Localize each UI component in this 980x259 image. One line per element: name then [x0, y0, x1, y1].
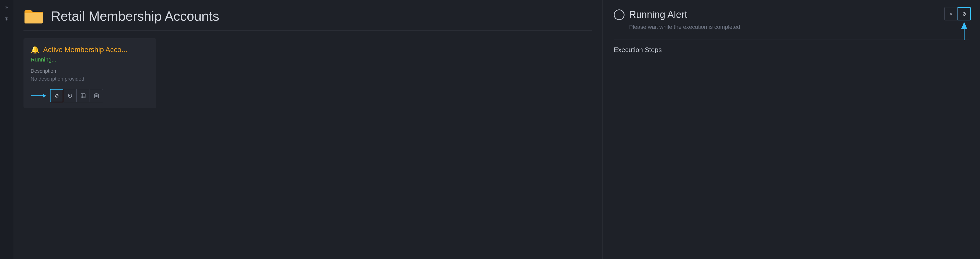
refresh-button[interactable] — [63, 89, 76, 102]
execution-steps-label: Execution Steps — [614, 40, 969, 54]
cards-area: 🔔 Active Membership Acco... Running... D… — [24, 38, 592, 108]
corner-controls: × ⊘ — [944, 7, 971, 21]
table-view-button[interactable] — [76, 89, 90, 102]
sidebar-collapse-icon[interactable]: » — [5, 5, 8, 10]
sidebar-add-icon[interactable]: ⊕ — [3, 15, 10, 22]
cancel-run-button[interactable]: ⊘ — [50, 89, 63, 102]
main-content: Retail Membership Accounts 🔔 Active Memb… — [13, 0, 602, 259]
svg-rect-3 — [81, 94, 85, 98]
svg-marker-2 — [68, 94, 70, 96]
close-panel-button[interactable]: × — [944, 7, 958, 21]
alert-header: Running Alert — [614, 9, 969, 20]
card-title: Active Membership Acco... — [43, 46, 127, 54]
arrow-indicator — [30, 92, 46, 99]
card-title-row: 🔔 Active Membership Acco... — [30, 45, 149, 54]
folder-icon — [24, 8, 44, 24]
header: Retail Membership Accounts — [24, 8, 592, 31]
alert-subtitle: Please wait while the execution is compl… — [629, 24, 969, 30]
svg-marker-1 — [43, 94, 46, 98]
card-status: Running... — [30, 56, 149, 63]
svg-marker-16 — [961, 22, 967, 29]
page-title: Retail Membership Accounts — [51, 8, 219, 24]
right-panel: Running Alert Please wait while the exec… — [602, 0, 980, 259]
arrow-up-indicator — [960, 22, 968, 40]
delete-button[interactable] — [90, 89, 103, 102]
card-description-label: Description — [30, 68, 149, 74]
card-description-value: No description provided — [30, 76, 149, 82]
bell-icon: 🔔 — [30, 45, 40, 54]
running-spinner — [614, 10, 625, 20]
card-actions: ⊘ — [30, 89, 149, 102]
sidebar: » ⊕ — [0, 0, 13, 259]
cancel-panel-button[interactable]: ⊘ — [958, 7, 971, 21]
alert-title: Running Alert — [629, 9, 687, 20]
membership-card: 🔔 Active Membership Acco... Running... D… — [24, 38, 156, 108]
